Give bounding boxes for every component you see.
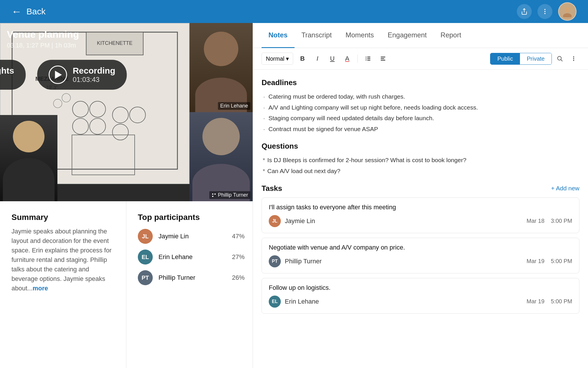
font-color-button[interactable]: A (341, 53, 353, 64)
tasks-section: Tasks + Add new I'll assign tasks to eve… (262, 184, 579, 314)
summary-section: Summary Jaymie speaks about planning the… (0, 201, 126, 368)
bold-button[interactable]: B (297, 53, 308, 64)
style-label: Normal (266, 55, 284, 62)
back-button[interactable]: ← Back (11, 5, 46, 18)
svg-point-1 (544, 11, 546, 12)
task-avatar-1: JL (269, 215, 281, 227)
notes-toolbar: Normal ▾ B I U A (253, 48, 588, 70)
svg-point-37 (573, 60, 574, 61)
left-panel: Venue planning 03.18, 1:27 PM | 1h 03m K… (0, 23, 253, 368)
public-toggle-button[interactable]: Public (490, 53, 520, 64)
svg-rect-25 (367, 58, 370, 59)
svg-point-0 (544, 9, 546, 10)
toolbar-right: Public Private (490, 53, 579, 65)
meeting-meta: 03.18, 1:27 PM | 1h 03m (7, 42, 79, 49)
more-options-button[interactable] (537, 4, 552, 19)
notes-content: Deadlines Catering must be ordered today… (253, 70, 588, 368)
task-avatar-2: PT (269, 255, 281, 267)
private-toggle-button[interactable]: Private (520, 53, 552, 64)
share-button[interactable] (517, 4, 532, 19)
svg-line-34 (561, 60, 563, 62)
header: ← Back (0, 0, 588, 23)
svg-point-33 (558, 56, 561, 60)
recording-label: Recording (73, 66, 115, 76)
right-panel: Notes Transcript Moments Engagement Repo… (253, 23, 588, 368)
person-erin (189, 23, 253, 112)
deadlines-title: Deadlines (262, 78, 579, 87)
participant-row-erin: EL Erin Lehane 27% (138, 250, 245, 264)
tab-moments[interactable]: Moments (339, 23, 381, 48)
svg-rect-24 (367, 57, 370, 57)
toolbar-separator-1 (357, 55, 358, 63)
participant-name-phillip: Phillip Turner (209, 191, 250, 199)
video-area: Venue planning 03.18, 1:27 PM | 1h 03m K… (0, 23, 253, 201)
participant-video-erin: Erin Lehane (189, 23, 253, 112)
notes-tabs: Notes Transcript Moments Engagement Repo… (253, 23, 588, 48)
recording-time: 01:03:43 (73, 76, 115, 84)
meeting-info-overlay: Venue planning 03.18, 1:27 PM | 1h 03m (0, 23, 86, 55)
svg-rect-31 (381, 58, 384, 59)
task-avatar-3: EL (269, 296, 281, 308)
participant-name-jaymie-lin: Jaymie Lin (158, 233, 216, 240)
questions-title: Questions (262, 142, 579, 151)
task-name-3: Erin Lehane (285, 298, 319, 305)
tab-transcript[interactable]: Transcript (295, 23, 339, 48)
participant-avatar-erin: EL (138, 250, 153, 264)
task-assignee-2: PT Phillip Turner Mar 19 5:00 PM (269, 255, 572, 267)
tab-engagement[interactable]: Engagement (381, 23, 434, 48)
task-date-3: Mar 19 5:00 PM (527, 298, 572, 305)
svg-rect-22 (214, 193, 216, 195)
summary-more-link[interactable]: more (32, 285, 48, 292)
search-button[interactable] (554, 53, 566, 64)
bottom-info: Summary Jaymie speaks about planning the… (0, 201, 253, 368)
svg-point-3 (565, 7, 570, 12)
deadline-item-1: Catering must be ordered today, with rus… (262, 92, 579, 101)
svg-point-27 (366, 57, 367, 57)
meeting-title: Venue planning (7, 29, 79, 40)
user-avatar[interactable] (558, 2, 577, 21)
participant-row-phillip: PT Phillip Turner 26% (138, 270, 245, 285)
participant-pct-erin: 27% (227, 253, 245, 261)
svg-text:KITCHENETTE: KITCHENETTE (97, 40, 132, 46)
task-assignee-3: EL Erin Lehane Mar 19 5:00 PM (269, 296, 572, 308)
highlights-play-button[interactable]: Highlights 00:25 (0, 60, 26, 90)
participant-name-erin-lehane: Erin Lehane (158, 253, 216, 261)
participant-pct-phillip: 26% (227, 274, 245, 281)
recording-play-button[interactable]: Recording 01:03:43 (37, 60, 127, 90)
summary-text: Jaymie speaks about planning the layout … (11, 227, 115, 293)
recording-play-icon (49, 66, 67, 84)
participant-name-erin: Erin Lehane (218, 102, 250, 110)
summary-title: Summary (11, 213, 115, 222)
align-button[interactable] (377, 53, 389, 64)
style-dropdown[interactable]: Normal ▾ (262, 53, 293, 65)
bullet-list-button[interactable] (362, 53, 374, 64)
svg-point-2 (544, 13, 546, 14)
questions-section: Questions Is DJ Bleeps is confirmed for … (262, 142, 579, 176)
underline-button[interactable]: U (326, 53, 338, 64)
tasks-title: Tasks (262, 184, 282, 193)
more-options-notes-button[interactable] (568, 53, 579, 64)
highlights-label: Highlights (0, 66, 14, 76)
tab-report[interactable]: Report (434, 23, 468, 48)
tab-notes[interactable]: Notes (262, 23, 295, 48)
participant-row-jaymie: JL Jaymie Lin 47% (138, 229, 245, 244)
task-card-1: I'll assign tasks to everyone after this… (262, 198, 579, 233)
person-face (204, 32, 238, 66)
task-name-2: Phillip Turner (285, 258, 322, 265)
recording-info: Recording 01:03:43 (73, 66, 115, 84)
question-item-1: Is DJ Bleeps is confirmed for 2-hour ses… (262, 155, 579, 165)
task-assignee-1: JL Jaymie Lin Mar 18 3:00 PM (269, 215, 572, 227)
header-actions (517, 2, 577, 21)
participants-title: Top participants (138, 213, 245, 222)
participant-video-jaymie (0, 115, 57, 201)
deadline-item-2: A/V and Lighting company will set up nig… (262, 103, 579, 112)
visibility-toggle: Public Private (490, 53, 552, 65)
svg-rect-23 (212, 196, 213, 197)
participant-avatar-jaymie: JL (138, 229, 153, 244)
italic-button[interactable]: I (312, 53, 323, 64)
svg-rect-30 (381, 57, 385, 57)
deadline-item-4: Contract must be signed for venue ASAP (262, 124, 579, 134)
add-task-button[interactable]: + Add new (551, 185, 579, 192)
participant-video-phillip: Phillip Turner (189, 112, 253, 201)
back-label: Back (26, 7, 46, 16)
